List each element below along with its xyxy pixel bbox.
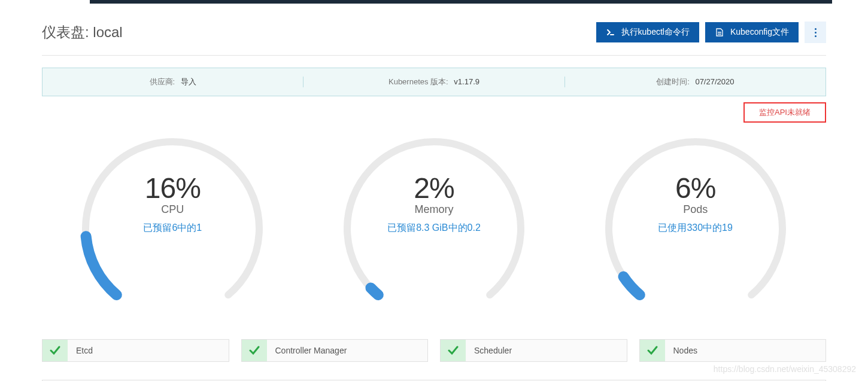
gauges-row: 16% CPU 已预留6中的1 2% Memory 已预留8.3 GiB中的0.…: [42, 130, 826, 309]
status-label: Nodes: [665, 340, 826, 361]
gauge-label: Pods: [618, 203, 773, 216]
gauge-cpu: 16% CPU 已预留6中的1: [74, 130, 271, 309]
monitoring-api-alert: 监控API未就绪: [743, 102, 826, 123]
cluster-info-banner: 供应商: 导入 Kubernetes 版本: v1.17.9 创建时间: 07/…: [42, 68, 826, 96]
gauge-percent: 16%: [95, 172, 250, 205]
status-card-etcd[interactable]: Etcd: [42, 339, 229, 362]
page-header: 仪表盘: local 执行kubectl命令行 Kubeconfig文件: [42, 22, 826, 43]
info-created: 创建时间: 07/27/2020: [565, 77, 825, 87]
more-actions-button[interactable]: [805, 22, 826, 43]
watermark: https://blog.csdn.net/weixin_45308292: [714, 364, 856, 374]
status-card-nodes[interactable]: Nodes: [639, 339, 827, 362]
gauge-subtitle[interactable]: 已使用330中的19: [618, 222, 773, 234]
gauge-percent: 2%: [356, 172, 512, 205]
check-icon: [640, 340, 665, 361]
gauge-pods: 6% Pods 已使用330中的19: [597, 130, 794, 309]
gauge-subtitle[interactable]: 已预留8.3 GiB中的0.2: [356, 222, 512, 234]
check-icon: [242, 340, 267, 361]
divider: [42, 55, 826, 56]
top-nav-bar: [90, 0, 832, 4]
info-k8s-version: Kubernetes 版本: v1.17.9: [304, 77, 564, 87]
gauge-memory: 2% Memory 已预留8.3 GiB中的0.2: [335, 130, 533, 309]
page-title: 仪表盘: local: [42, 23, 123, 42]
kubeconfig-button-label: Kubeconfig文件: [730, 27, 789, 38]
kubectl-button-label: 执行kubectl命令行: [621, 27, 690, 38]
kubectl-cli-button[interactable]: 执行kubectl命令行: [596, 22, 699, 42]
gauge-label: Memory: [356, 203, 512, 216]
info-provider: 供应商: 导入: [43, 77, 304, 87]
status-label: Etcd: [68, 340, 229, 361]
header-actions: 执行kubectl命令行 Kubeconfig文件: [596, 22, 826, 43]
check-icon: [43, 340, 68, 361]
gauge-label: CPU: [95, 203, 250, 216]
status-label: Controller Manager: [267, 340, 428, 361]
alert-row: 监控API未就绪: [42, 102, 826, 123]
kebab-icon: [815, 28, 817, 30]
terminal-icon: [606, 28, 615, 37]
status-card-scheduler[interactable]: Scheduler: [440, 339, 627, 362]
check-icon: [441, 340, 466, 361]
kubeconfig-button[interactable]: Kubeconfig文件: [705, 22, 799, 42]
file-icon: [715, 28, 724, 37]
component-status-row: Etcd Controller Manager Scheduler Nodes: [42, 339, 826, 362]
gauge-percent: 6%: [618, 172, 773, 205]
gauge-subtitle[interactable]: 已预留6中的1: [95, 222, 250, 234]
status-label: Scheduler: [466, 340, 627, 361]
status-card-controller-manager[interactable]: Controller Manager: [241, 339, 429, 362]
